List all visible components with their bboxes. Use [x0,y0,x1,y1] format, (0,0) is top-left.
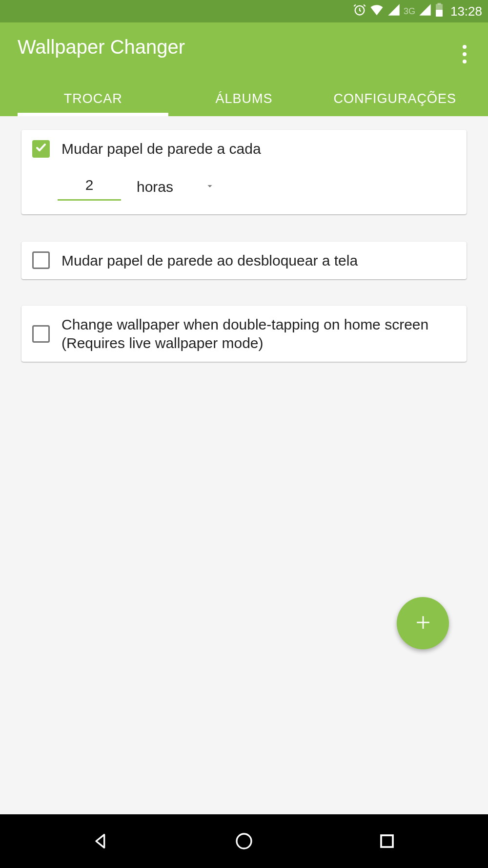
signal-icon [387,3,401,20]
tab-label: TROCAR [64,91,122,106]
tab-bar: TROCAR ÁLBUMS CONFIGURAÇÕES [18,82,470,116]
nav-recent-button[interactable] [375,829,399,853]
checkbox-row: Mudar papel de parede ao desbloquear a t… [32,251,456,270]
interval-unit-dropdown[interactable]: horas [137,179,215,195]
svg-rect-2 [436,10,443,17]
alarm-icon [353,3,366,20]
dot-icon [463,45,467,49]
tab-albums[interactable]: ÁLBUMS [168,82,319,116]
interval-row: horas [58,174,456,205]
svg-rect-7 [381,835,393,847]
status-icons: 3G 13:28 [353,2,482,21]
plus-icon [412,612,434,635]
nav-home-button[interactable] [232,829,256,853]
app-title: Wallpaper Changer [18,36,470,58]
checkmark-icon [35,141,47,157]
tab-label: CONFIGURAÇÕES [334,91,457,106]
signal-icon-2 [418,3,432,20]
svg-point-6 [237,834,251,848]
dot-icon [463,60,467,63]
interval-unit-label: horas [137,179,173,195]
card-change-every: Mudar papel de parede a cada horas [21,130,467,214]
nav-back-button[interactable] [89,829,113,853]
card-change-on-doubletap: Change wallpaper when double-tapping on … [21,306,467,362]
checkbox-label-change-every: Mudar papel de parede a cada [61,140,261,158]
fab-add-button[interactable] [397,597,449,649]
checkbox-change-on-unlock[interactable] [32,251,50,269]
content-area: Mudar papel de parede a cada horas Mudar… [0,116,488,402]
checkbox-label-change-on-doubletap: Change wallpaper when double-tapping on … [61,315,456,352]
app-bar: Wallpaper Changer TROCAR ÁLBUMS CONFIGUR… [0,22,488,116]
wifi-icon [369,2,384,21]
dot-icon [463,52,467,56]
checkbox-label-change-on-unlock: Mudar papel de parede ao desbloquear a t… [61,251,358,270]
network-type-label: 3G [404,6,415,17]
overflow-menu-button[interactable] [457,39,472,69]
checkbox-change-every[interactable] [32,140,50,158]
interval-value-input[interactable] [58,174,121,201]
checkbox-row: Change wallpaper when double-tapping on … [32,315,456,352]
checkbox-row: Mudar papel de parede a cada [32,140,456,158]
card-change-on-unlock: Mudar papel de parede ao desbloquear a t… [21,242,467,280]
checkbox-change-on-doubletap[interactable] [32,325,50,343]
battery-icon [435,3,444,20]
tab-configuracoes[interactable]: CONFIGURAÇÕES [320,82,470,116]
chevron-down-icon [204,181,215,193]
status-bar: 3G 13:28 [0,0,488,22]
status-time: 13:28 [450,4,482,19]
svg-rect-3 [437,3,441,5]
navigation-bar [0,814,488,868]
tab-trocar[interactable]: TROCAR [18,82,168,116]
tab-label: ÁLBUMS [215,91,272,106]
